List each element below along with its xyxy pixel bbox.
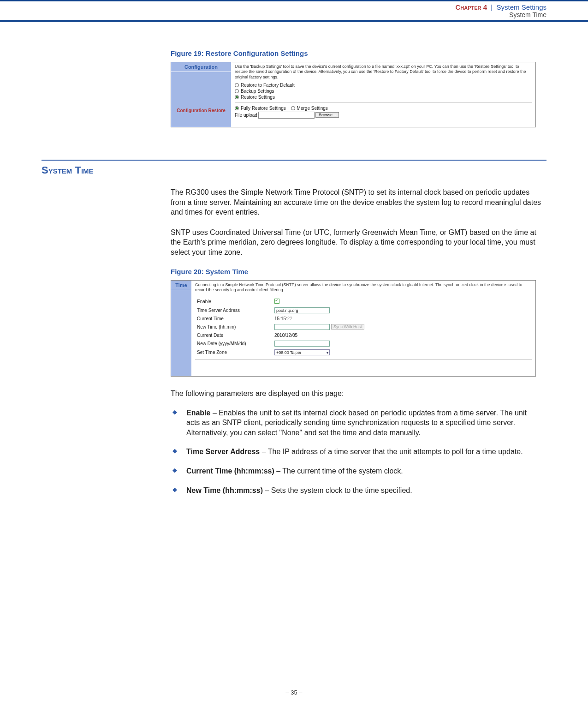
param-curtime: Current Time (hh:mm:ss) – The current ti… [171, 466, 542, 476]
fig20-row-curtime: Current Time 15:15:22 [195, 315, 366, 323]
fig20-sync-button[interactable]: Sync With Host [331, 324, 364, 330]
fig20-form: Enable Time Server Address pool.ntp.org … [195, 297, 366, 357]
fig20-row-tz: Set Time Zone +08:00 Taipei [195, 348, 366, 357]
fig19-sub-merge-radio[interactable] [291, 106, 295, 110]
header-subtitle: System Time [0, 11, 546, 18]
section-para1: The RG300 uses the Simple Network Time P… [171, 187, 542, 217]
fig20-description: Connecting to a Simple Network Time Prot… [195, 282, 532, 293]
fig20-enable-checkbox[interactable] [274, 299, 279, 304]
chapter-label: Chapter 4 [455, 3, 487, 11]
fig19-sidebar-header: Configuration [171, 62, 231, 72]
fig20-row-curdate: Current Date 2010/12/05 [195, 331, 366, 339]
section-title: System Time [42, 164, 588, 176]
fig20-sidebar: Time [171, 281, 191, 376]
figure20-caption: Figure 20: System Time [171, 268, 542, 276]
fig20-newtime-input[interactable] [274, 324, 330, 330]
section-rule [42, 160, 546, 161]
fig19-opt-restore-default[interactable]: Restore to Factory Default [235, 83, 532, 88]
chapter-title: System Settings [497, 3, 546, 11]
header-chapter-line: Chapter 4 | System Settings [0, 3, 546, 11]
section-para2: SNTP uses Coordinated Universal Time (or… [171, 228, 542, 258]
fig19-sub-fully-radio[interactable] [235, 106, 239, 110]
fig19-subopts: Fully Restore Settings Merge Settings [235, 106, 532, 111]
fig20-tz-select[interactable]: +08:00 Taipei [274, 349, 330, 355]
fig20-sidebar-header: Time [171, 281, 191, 290]
fig20-row-newtime: New Time (hh:mm) Sync With Host [195, 323, 366, 331]
fig20-main: Connecting to a Simple Network Time Prot… [191, 281, 535, 376]
param-server: Time Server Address – The IP address of … [171, 447, 542, 457]
figure19-caption: Figure 19: Restore Configuration Setting… [171, 49, 542, 57]
fig19-opt-backup[interactable]: Backup Settings [235, 89, 532, 94]
params-intro: The following parameters are displayed o… [171, 389, 542, 398]
figure19-screenshot: Configuration Configuration Restore Use … [171, 62, 536, 127]
fig19-sidebar-selected: Configuration Restore [171, 106, 231, 115]
fig20-row-enable: Enable [195, 297, 366, 306]
param-enable: Enable – Enables the unit to set its int… [171, 408, 542, 438]
fig20-curdate-value: 2010/12/05 [273, 331, 366, 339]
param-list: Enable – Enables the unit to set its int… [171, 408, 542, 496]
page-header: Chapter 4 | System Settings System Time [0, 0, 588, 22]
param-newtime: New Time (hh:mm:ss) – Sets the system cl… [171, 485, 542, 496]
fig19-file-input[interactable] [258, 112, 315, 119]
fig19-main: Use the 'Backup Settings' tool to save t… [231, 62, 535, 127]
page-footer: – 35 – [0, 689, 588, 696]
figure20-screenshot: Time Connecting to a Simple Network Time… [171, 280, 536, 377]
fig19-sidebar: Configuration Configuration Restore [171, 62, 231, 127]
fig20-curtime-value: 15:15:22 [273, 315, 366, 323]
fig20-row-newdate: New Date (yyyy/MM/dd) [195, 339, 366, 348]
fig19-browse-button[interactable]: Browse... [315, 112, 339, 118]
fig20-newdate-input[interactable] [274, 341, 330, 347]
fig20-server-input[interactable]: pool.ntp.org [274, 307, 330, 313]
fig20-row-server: Time Server Address pool.ntp.org [195, 306, 366, 315]
fig19-opt-restore[interactable]: Restore Settings [235, 95, 532, 100]
fig19-description: Use the 'Backup Settings' tool to save t… [235, 64, 532, 80]
fig19-file-upload: File upload Browse... [235, 112, 532, 119]
